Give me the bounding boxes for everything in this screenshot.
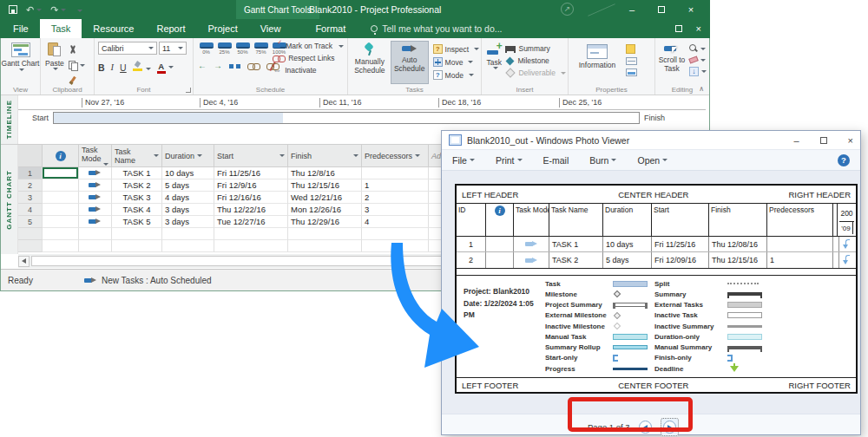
start-cell[interactable]: Fri 12/16/16	[214, 192, 288, 204]
notes-icon[interactable]	[626, 44, 635, 54]
predecessors-cell[interactable]: 1	[362, 179, 429, 192]
bold-button[interactable]: B	[98, 62, 105, 73]
duration-cell[interactable]: 5 days	[162, 179, 214, 192]
viewer-minimize-button[interactable]: –	[793, 135, 799, 146]
finish-cell[interactable]: Mon 12/26/16	[288, 204, 362, 216]
duration-cell[interactable]: 3 days	[162, 204, 214, 216]
doc-close-button[interactable]: ×	[696, 23, 701, 34]
timeline-gutter[interactable]: TIMELINE	[1, 95, 18, 144]
predecessors-cell[interactable]: 3	[362, 204, 429, 216]
duration-cell[interactable]: 10 days	[162, 167, 214, 179]
link-tasks-icon[interactable]	[247, 62, 260, 70]
predecessors-cell[interactable]: 4	[362, 216, 429, 228]
header-start[interactable]: Start	[214, 145, 288, 166]
tab-resource[interactable]: Resource	[82, 19, 145, 38]
respect-links-button[interactable]: Respect Links	[273, 54, 344, 62]
info-cell-selected[interactable]	[43, 167, 79, 179]
insert-deliverable-button[interactable]: Deliverable	[505, 68, 566, 77]
task-mode-cell[interactable]	[79, 179, 112, 192]
start-cell[interactable]: Thu 12/22/16	[214, 204, 288, 216]
tab-project[interactable]: Project	[196, 19, 248, 38]
clear-button[interactable]	[689, 57, 706, 62]
tab-file[interactable]: File	[2, 19, 40, 38]
fill-button[interactable]	[689, 67, 707, 76]
inspect-button[interactable]: Inspect	[433, 44, 479, 54]
info-cell[interactable]	[43, 179, 79, 192]
task-name-cell[interactable]: TASK 1	[112, 167, 162, 179]
tab-view[interactable]: View	[249, 19, 293, 38]
tell-me-box[interactable]: Tell me what you want to do...	[371, 19, 502, 38]
predecessors-cell[interactable]	[362, 167, 429, 179]
percent-complete-75-button[interactable]: 75%	[253, 42, 269, 55]
insert-summary-button[interactable]: Summary	[505, 44, 566, 53]
tab-task[interactable]: Task	[40, 19, 82, 38]
header-task-name[interactable]: Task Name	[112, 145, 162, 166]
restore-button[interactable]	[649, 0, 674, 19]
tab-format[interactable]: Format	[304, 19, 357, 38]
add-to-timeline-icon[interactable]	[626, 68, 637, 76]
move-button[interactable]: Move	[433, 57, 479, 67]
find-button[interactable]	[689, 44, 706, 53]
mode-button[interactable]: Mode	[433, 70, 479, 80]
format-painter-icon[interactable]	[69, 76, 77, 85]
details-icon[interactable]	[626, 57, 637, 65]
start-cell[interactable]: Fri 12/9/16	[214, 179, 288, 192]
scroll-left-button[interactable]	[18, 256, 30, 267]
finish-cell[interactable]: Thu 12/8/16	[288, 167, 362, 179]
indent-task-icon[interactable]: →	[214, 62, 222, 70]
tab-report[interactable]: Report	[145, 19, 196, 38]
save-icon[interactable]	[9, 5, 17, 14]
menu-print[interactable]: Print	[496, 155, 523, 166]
paste-button[interactable]: Paste	[45, 42, 64, 84]
menu-burn[interactable]: Burn	[589, 155, 616, 166]
duration-cell[interactable]: 3 days	[162, 216, 214, 228]
scroll-to-task-button[interactable]: Scroll to Task	[658, 41, 686, 84]
duration-cell[interactable]: 4 days	[162, 192, 214, 204]
header-predecessors[interactable]: Predecessors	[362, 145, 429, 166]
task-name-cell[interactable]: TASK 5	[112, 216, 162, 228]
row-number[interactable]: 5	[18, 216, 43, 228]
menu-open[interactable]: Open	[637, 155, 667, 166]
new-tasks-mode[interactable]: New Tasks : Auto Scheduled	[84, 276, 212, 285]
header-task-mode[interactable]: Task Mode	[79, 145, 112, 166]
font-size-select[interactable]: 11	[159, 42, 187, 55]
mark-on-track-button[interactable]: Mark on Track	[273, 42, 344, 50]
cut-icon[interactable]	[69, 45, 77, 54]
inactivate-button[interactable]: ⇔Inactivate	[273, 66, 344, 75]
task-mode-cell[interactable]	[79, 192, 112, 204]
help-icon[interactable]: ?	[838, 154, 850, 166]
menu-email[interactable]: E-mail	[543, 155, 569, 166]
header-duration[interactable]: Duration	[162, 145, 214, 166]
row-number[interactable]: 4	[18, 204, 43, 216]
undo-icon[interactable]: ↶	[26, 4, 42, 16]
task-mode-cell[interactable]	[79, 167, 112, 179]
gantt-chart-gutter[interactable]: GANTT CHART	[1, 145, 18, 254]
finish-cell[interactable]: Thu 12/29/16	[288, 216, 362, 228]
info-cell[interactable]	[43, 216, 79, 228]
percent-complete-50-button[interactable]: 50%	[234, 42, 251, 55]
percent-complete-25-button[interactable]: 25%	[216, 42, 233, 55]
info-cell[interactable]	[43, 204, 79, 216]
font-color-button[interactable]: A	[157, 61, 174, 74]
collapse-ribbon-icon[interactable]: ∧	[699, 85, 704, 93]
row-number[interactable]: 3	[18, 192, 43, 204]
task-name-cell[interactable]: TASK 4	[112, 204, 162, 216]
row-number[interactable]: 2	[18, 179, 43, 192]
insert-milestone-button[interactable]: Milestone	[505, 56, 566, 65]
viewer-maximize-button[interactable]	[820, 135, 827, 146]
task-mode-cell[interactable]	[79, 204, 112, 216]
viewer-close-button[interactable]: ×	[848, 135, 853, 146]
redo-icon[interactable]: ↷	[50, 4, 66, 16]
underline-button[interactable]: U	[120, 62, 127, 73]
menu-file[interactable]: File	[452, 155, 475, 166]
customize-qat-icon[interactable]	[75, 4, 82, 15]
information-button[interactable]: Information	[573, 41, 621, 84]
manually-schedule-button[interactable]: Manually Schedule	[351, 41, 389, 84]
italic-button[interactable]: I	[111, 62, 115, 72]
start-cell[interactable]: Tue 12/27/16	[214, 216, 288, 228]
percent-complete-0-button[interactable]: 0%	[198, 42, 214, 55]
auto-schedule-button[interactable]: Auto Schedule	[391, 41, 429, 84]
header-info[interactable]: i	[43, 145, 79, 166]
insert-task-button[interactable]: Task	[486, 41, 502, 84]
timeline-bar[interactable]	[53, 112, 640, 124]
